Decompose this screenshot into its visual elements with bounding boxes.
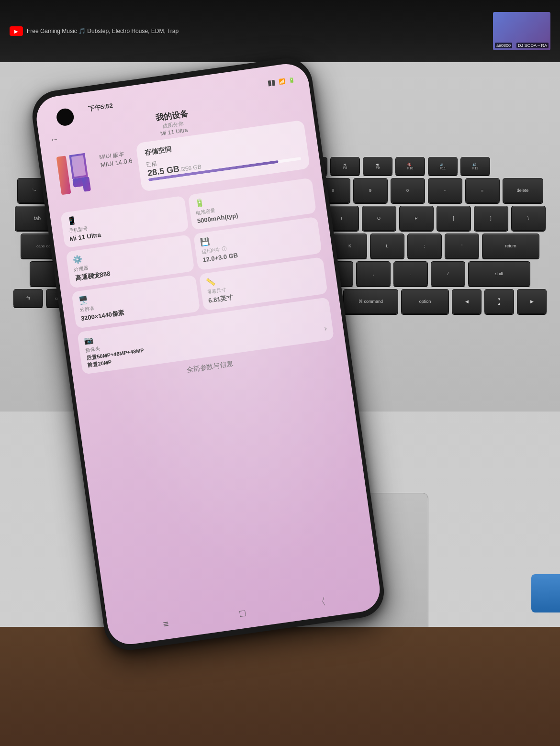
key-l[interactable]: L <box>370 234 404 258</box>
nav-menu-btn[interactable]: ≡ <box>162 618 169 630</box>
key-arrow-right[interactable]: ▶ <box>517 289 547 314</box>
miui-logo-svg <box>52 149 99 198</box>
miui-info: MIUI 版本 MIUI 14.0.6 <box>98 144 133 168</box>
specs-grid: 📱 手机型号 Mi 11 Ultra 🔋 电池容量 5000mAh(typ) ⚙… <box>60 178 334 374</box>
key-9[interactable]: 9 <box>353 178 388 203</box>
key-shift-right[interactable]: shift <box>468 261 530 286</box>
key-option-right[interactable]: option <box>401 289 449 314</box>
signal-icon: ▊▊ <box>268 80 276 86</box>
video-title: Free Gaming Music 🎵 Dubstep, Electro Hou… <box>27 28 179 34</box>
key-arrow-down[interactable]: ▼▲ <box>484 289 514 314</box>
key-p[interactable]: P <box>399 206 434 231</box>
nav-home-btn[interactable]: □ <box>239 608 246 619</box>
key-bracket-right[interactable]: ] <box>474 206 508 231</box>
key-slash[interactable]: / <box>431 261 465 286</box>
key-command-right[interactable]: ⌘ command <box>343 289 398 314</box>
key-bracket-left[interactable]: [ <box>437 206 471 231</box>
key-f12[interactable]: 🔊F12 <box>460 157 490 175</box>
youtube-icon <box>10 26 23 36</box>
key-f10[interactable]: 🔇F10 <box>395 157 425 175</box>
thumbnail-channel: DJ SODA – RA <box>516 43 549 48</box>
key-return[interactable]: return <box>482 234 539 258</box>
svg-rect-2 <box>82 177 91 192</box>
key-minus[interactable]: - <box>428 178 462 203</box>
key-f8[interactable]: ⏯F8 <box>330 157 360 175</box>
key-delete[interactable]: delete <box>503 178 543 203</box>
blue-item <box>531 574 560 612</box>
key-quote[interactable]: ' <box>445 234 479 258</box>
status-icons: ▊▊ 📶 🔋 <box>268 77 295 87</box>
wifi-icon: 📶 <box>278 78 286 85</box>
key-f11[interactable]: 🔉F11 <box>428 157 458 175</box>
key-fn[interactable]: fn <box>13 289 43 307</box>
header-spacer <box>287 105 302 107</box>
nav-back-btn[interactable]: 〈 <box>316 595 327 610</box>
key-o[interactable]: O <box>362 206 396 231</box>
key-k[interactable]: K <box>333 234 367 258</box>
svg-rect-0 <box>56 156 71 195</box>
top-screen-bar: Free Gaming Music 🎵 Dubstep, Electro Hou… <box>0 0 560 62</box>
battery-icon: 🔋 <box>288 77 295 84</box>
desk-area <box>0 627 560 746</box>
video-thumbnail: DJ SODA – RA ae0800 <box>493 12 550 50</box>
thumbnail-timestamp: ae0800 <box>495 43 512 48</box>
video-info: Free Gaming Music 🎵 Dubstep, Electro Hou… <box>10 26 179 36</box>
key-period[interactable]: . <box>393 261 428 286</box>
key-arrow-left[interactable]: ◀ <box>452 289 482 314</box>
key-f9[interactable]: ⏭F9 <box>363 157 392 175</box>
key-semicolon[interactable]: ; <box>407 234 442 258</box>
status-time: 下午5:52 <box>88 101 113 113</box>
key-comma[interactable]: , <box>356 261 391 286</box>
miui-logo <box>52 149 99 198</box>
key-backslash[interactable]: \ <box>511 206 546 231</box>
camera-next-icon[interactable]: › <box>324 324 327 333</box>
key-0[interactable]: 0 <box>391 178 425 203</box>
key-equals[interactable]: = <box>465 178 500 203</box>
